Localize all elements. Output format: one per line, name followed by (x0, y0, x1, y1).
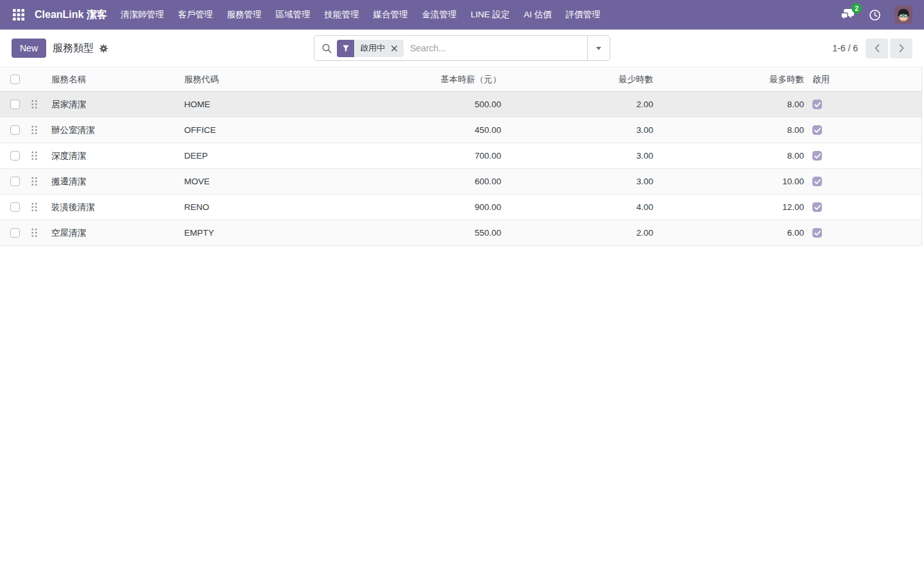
nav-item-3[interactable]: 服務管理 (219, 0, 268, 30)
nav-item-5[interactable]: 技能管理 (317, 0, 366, 30)
active-checkbox[interactable] (812, 151, 822, 161)
drag-handle-icon[interactable] (31, 100, 38, 109)
nav-item-6[interactable]: 媒合管理 (366, 0, 415, 30)
table-row[interactable]: 裝潢後清潔 RENO 900.00 4.00 12.00 (0, 195, 921, 220)
service-code-cell: OFFICE (182, 125, 438, 135)
service-type-list: 服務名稱 服務代碼 基本時薪（元） 最少時數 最多時數 啟用 居家清潔 HOME… (0, 67, 922, 246)
column-header-service-name[interactable]: 服務名稱 (49, 74, 182, 85)
apps-menu-button[interactable] (9, 5, 28, 24)
drag-handle-icon[interactable] (31, 177, 38, 186)
brand[interactable]: CleanLink 潔客 (35, 8, 107, 22)
service-code-cell: EMPTY (182, 228, 438, 238)
nav-item-8[interactable]: LINE 設定 (463, 0, 517, 30)
base-rate-cell: 550.00 (438, 228, 508, 238)
max-hours-cell: 8.00 (660, 151, 810, 161)
row-checkbox[interactable] (10, 125, 20, 135)
drag-handle-icon[interactable] (31, 125, 38, 135)
nav-item-2[interactable]: 客戶管理 (171, 0, 219, 30)
active-checkbox[interactable] (812, 202, 822, 212)
new-button[interactable]: New (12, 39, 46, 58)
min-hours-cell: 3.00 (508, 177, 660, 186)
check-icon (814, 153, 821, 159)
column-header-max-hours[interactable]: 最多時數 (660, 74, 810, 85)
pager-next-button[interactable] (890, 39, 912, 58)
avatar-image (894, 6, 912, 24)
pager-previous-button[interactable] (866, 39, 888, 58)
min-hours-cell: 2.00 (508, 228, 660, 238)
nav-item-9[interactable]: AI 估價 (517, 0, 559, 30)
activities-button[interactable] (868, 8, 882, 22)
max-hours-cell: 10.00 (660, 177, 810, 186)
column-header-active[interactable]: 啟用 (810, 74, 921, 85)
page-title: 服務類型 (53, 42, 94, 55)
active-checkbox[interactable] (812, 228, 822, 238)
table-row[interactable]: 居家清潔 HOME 500.00 2.00 8.00 (0, 92, 921, 118)
min-hours-cell: 4.00 (508, 202, 660, 212)
check-icon (814, 102, 821, 107)
base-rate-cell: 450.00 (438, 125, 508, 135)
max-hours-cell: 6.00 (660, 228, 810, 238)
nav-item-4[interactable]: 區域管理 (268, 0, 317, 30)
chevron-right-icon (898, 44, 905, 53)
search-input[interactable] (404, 43, 587, 53)
max-hours-cell: 8.00 (660, 125, 810, 135)
service-name-cell: 居家清潔 (49, 99, 182, 110)
chevron-left-icon (874, 44, 880, 53)
nav-item-7[interactable]: 金流管理 (415, 0, 463, 30)
min-hours-cell: 3.00 (508, 151, 660, 161)
control-panel: New 服務類型 (0, 30, 924, 67)
table-header-row: 服務名稱 服務代碼 基本時薪（元） 最少時數 最多時數 啟用 (0, 67, 921, 92)
base-rate-cell: 600.00 (438, 177, 508, 186)
row-checkbox[interactable] (10, 202, 20, 212)
drag-handle-icon[interactable] (31, 228, 38, 238)
service-name-cell: 深度清潔 (49, 150, 182, 162)
service-code-cell: DEEP (182, 151, 438, 161)
drag-handle-icon[interactable] (31, 151, 38, 161)
select-all-checkbox[interactable] (10, 74, 20, 84)
facet-remove-icon[interactable] (389, 40, 404, 57)
messages-badge: 2 (851, 3, 862, 13)
column-header-service-code[interactable]: 服務代碼 (182, 74, 438, 85)
check-icon (814, 231, 821, 236)
base-rate-cell: 500.00 (438, 100, 508, 109)
filter-icon (337, 40, 354, 57)
drag-handle-icon[interactable] (31, 202, 38, 212)
service-code-cell: MOVE (182, 177, 438, 186)
clock-icon (868, 8, 882, 22)
row-checkbox[interactable] (10, 151, 20, 161)
nav-item-1[interactable]: 清潔師管理 (114, 0, 171, 30)
apps-grid-icon (13, 9, 24, 21)
base-rate-cell: 700.00 (438, 151, 508, 161)
column-header-base-rate[interactable]: 基本時薪（元） (438, 74, 508, 85)
row-checkbox[interactable] (10, 228, 20, 238)
table-row[interactable]: 辦公室清潔 OFFICE 450.00 3.00 8.00 (0, 118, 921, 143)
check-icon (814, 128, 821, 133)
search-dropdown-toggle[interactable] (587, 36, 610, 60)
main-menu: 清潔師管理客戶管理服務管理區域管理技能管理媒合管理金流管理LINE 設定AI 估… (114, 0, 608, 30)
max-hours-cell: 8.00 (660, 100, 810, 109)
chevron-down-icon (596, 47, 601, 50)
active-checkbox[interactable] (812, 177, 822, 186)
active-checkbox[interactable] (812, 125, 822, 135)
gear-icon[interactable] (99, 44, 108, 53)
service-name-cell: 空屋清潔 (49, 227, 182, 239)
table-row[interactable]: 深度清潔 DEEP 700.00 3.00 8.00 (0, 143, 921, 169)
table-row[interactable]: 搬遷清潔 MOVE 600.00 3.00 10.00 (0, 169, 921, 195)
service-code-cell: RENO (182, 202, 438, 212)
messages-button[interactable]: 2 (840, 8, 855, 22)
active-checkbox[interactable] (812, 100, 822, 109)
user-avatar[interactable] (894, 6, 912, 24)
table-row[interactable]: 空屋清潔 EMPTY 550.00 2.00 6.00 (0, 220, 921, 246)
service-code-cell: HOME (182, 100, 438, 109)
service-name-cell: 裝潢後清潔 (49, 202, 182, 213)
row-checkbox[interactable] (10, 100, 20, 109)
base-rate-cell: 900.00 (438, 202, 508, 212)
nav-item-10[interactable]: 評價管理 (559, 0, 608, 30)
facet-label: 啟用中 (354, 40, 389, 57)
row-checkbox[interactable] (10, 177, 20, 186)
top-navbar: CleanLink 潔客 清潔師管理客戶管理服務管理區域管理技能管理媒合管理金流… (0, 0, 924, 30)
table-body: 居家清潔 HOME 500.00 2.00 8.00 辦公室清潔 OFFICE (0, 92, 921, 246)
min-hours-cell: 3.00 (508, 125, 660, 135)
column-header-min-hours[interactable]: 最少時數 (508, 74, 660, 85)
service-name-cell: 搬遷清潔 (49, 176, 182, 188)
